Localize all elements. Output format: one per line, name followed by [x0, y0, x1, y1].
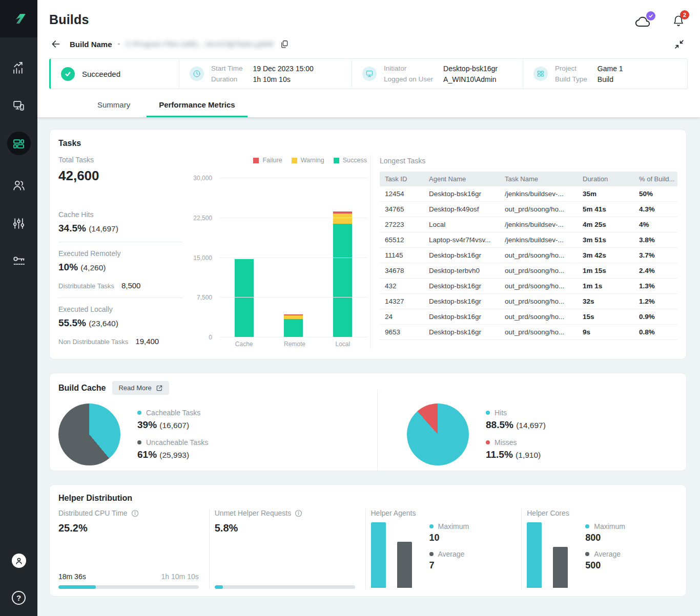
column-header: Task ID — [380, 172, 424, 186]
pie-legend-value: 39% (16,607) — [137, 419, 208, 431]
initiator-group: Initiator Desktop-bsk16gr Logged on User… — [352, 59, 523, 89]
gridline — [219, 258, 367, 258]
bar-remote — [284, 314, 303, 337]
duration-cell: 1m 1s — [578, 279, 634, 294]
table-row[interactable]: 432Desktop-bsk16grout_prd/soong/ho...1m … — [380, 279, 677, 294]
table-row[interactable]: 34678Desktop-terbvh0out_prd/soong/ho...1… — [380, 263, 677, 279]
tasks-panel: Tasks Total Tasks 42,600 Cache Hits 34.5… — [49, 129, 687, 359]
legend-dot — [486, 411, 490, 415]
help-button[interactable]: ? — [12, 591, 26, 605]
x-axis-label: Remote — [284, 341, 303, 348]
agent-name-cell: Local — [424, 217, 500, 232]
info-icon[interactable] — [131, 509, 139, 517]
license-key-icon — [12, 254, 26, 268]
unmet-helper-requests: Unmet Helper Requests 5.8% — [210, 509, 365, 589]
page-title: Builds — [49, 12, 89, 27]
y-axis-tick: 7,500 — [197, 294, 212, 301]
cacheable-pie-legend: Cacheable Tasks39% (16,607)Uncacheable T… — [137, 409, 208, 460]
cloud-check-badge — [646, 11, 655, 20]
tab-summary[interactable]: Summary — [85, 100, 142, 117]
task-name-cell: /jenkins/buildsev-... — [500, 217, 578, 232]
value-pct: 61% — [137, 449, 159, 460]
legend-label: Success — [343, 157, 367, 164]
brand-logo[interactable] — [0, 0, 37, 37]
task-id-cell: 11145 — [380, 248, 424, 263]
sidebar-item-license[interactable] — [11, 253, 27, 269]
metric-label: Helper Agents — [371, 509, 416, 517]
duration-cell: 35m — [578, 186, 634, 202]
y-axis-tick: 15,000 — [193, 254, 212, 262]
mini-bar-average — [553, 547, 568, 588]
table-row[interactable]: 27223Local/jenkins/buildsev-...4m 25s4% — [380, 217, 677, 232]
sidebar: ? — [0, 0, 37, 616]
copy-path-button[interactable] — [280, 39, 289, 49]
elapsed-label: 18m 36s — [58, 572, 86, 581]
duration-cell: 32s — [578, 294, 634, 309]
task-name-cell: out_prd/soong/ho... — [500, 309, 578, 325]
users-icon — [12, 179, 26, 192]
sidebar-item-agents[interactable] — [11, 98, 27, 113]
check-icon — [648, 13, 653, 18]
mini-legend-label: Average — [594, 550, 621, 558]
build-cache-panel: Build Cache Read More Cacheable Tasks39%… — [49, 373, 687, 471]
table-row[interactable]: 11145Desktop-bsk16grout_prd/soong/ho...3… — [380, 248, 677, 263]
field-value: 19 Dec 2023 15:00 — [253, 65, 314, 73]
pie-legend-label: Cacheable Tasks — [146, 409, 200, 417]
divider — [58, 242, 182, 242]
pie-legend-label: Hits — [495, 409, 507, 417]
read-more-button[interactable]: Read More — [112, 381, 169, 395]
topbar: Builds 2 — [37, 0, 700, 30]
bar-local — [333, 211, 352, 337]
back-arrow-icon — [51, 39, 61, 49]
external-link-icon — [156, 385, 163, 392]
user-avatar-icon — [14, 556, 24, 565]
legend-item: Warning — [292, 157, 324, 164]
executed-locally-value: 55.5% (23,640) — [58, 317, 182, 329]
cloud-status-button[interactable] — [634, 15, 651, 29]
pie-legend-item: Uncacheable Tasks61% (25,993) — [137, 438, 208, 460]
sidebar-item-users[interactable] — [11, 178, 27, 193]
sidebar-item-settings[interactable] — [11, 216, 27, 231]
metric-label: Helper Cores — [527, 509, 569, 517]
duration-cell: 9s — [578, 325, 634, 340]
task-id-cell: 34765 — [380, 202, 424, 217]
table-row[interactable]: 9653Desktop-bsk16grout_prd/soong/ho...9s… — [380, 325, 677, 340]
mini-legend-label: Maximum — [594, 522, 625, 530]
legend-item: Failure — [253, 157, 282, 164]
tab-performance-metrics[interactable]: Performance Metrics — [147, 100, 247, 117]
task-name-cell: out_prd/soong/ho... — [500, 325, 578, 340]
sidebar-item-builds[interactable] — [7, 132, 31, 155]
pie-legend-value: 88.5% (14,697) — [486, 419, 546, 431]
sidebar-item-analytics[interactable] — [11, 60, 27, 75]
sidebar-bottom: ? — [12, 554, 26, 616]
helper-cores: Helper Cores Maximum800Average500 — [522, 509, 677, 589]
table-row[interactable]: 34765Desktop-fk49osfout_prd/soong/ho...5… — [380, 202, 677, 217]
mini-bar-maximum — [527, 522, 542, 588]
pct-of-build-cell: 0.8% — [634, 325, 677, 340]
tasks-bar-chart: FailureWarningSuccess 30,00022,50015,000… — [190, 148, 370, 355]
value-count: (14,697) — [516, 421, 546, 430]
avatar[interactable] — [12, 554, 26, 568]
info-icon[interactable] — [295, 509, 302, 517]
table-row[interactable]: 12454Desktop-bsk16gr/jenkins/buildsev-..… — [380, 186, 677, 202]
x-axis-label: Local — [333, 341, 352, 348]
collapse-view-button[interactable] — [675, 40, 684, 49]
legend-dot — [137, 440, 141, 444]
helper-cores-legend: Maximum800Average500 — [585, 522, 625, 589]
table-row[interactable]: 24Desktop-bsk16grout_prd/soong/ho...15s0… — [380, 309, 677, 325]
gridline — [219, 297, 367, 298]
notifications-button[interactable]: 2 — [672, 14, 685, 30]
task-id-cell: 14327 — [380, 294, 424, 309]
pie-legend-head: Misses — [486, 438, 546, 447]
back-button[interactable] — [49, 37, 63, 51]
table-row[interactable]: 65512Laptop-sv4r7f4vsv.../jenkins/builds… — [380, 232, 677, 248]
pie-legend-label: Uncacheable Tasks — [146, 438, 208, 447]
incredibuild-logo-icon — [8, 8, 30, 30]
table-row[interactable]: 14327Desktop-bsk16grout_prd/soong/ho...3… — [380, 294, 677, 309]
non-distributable-tasks-row: Non Distributable Tasks 19,400 — [58, 337, 182, 346]
gridline — [219, 337, 367, 337]
settings-sliders-icon — [12, 217, 25, 230]
column-header: % of Build... — [634, 172, 677, 186]
metric-label: Unmet Helper Requests — [215, 509, 291, 517]
field-label: Duration — [211, 75, 243, 83]
